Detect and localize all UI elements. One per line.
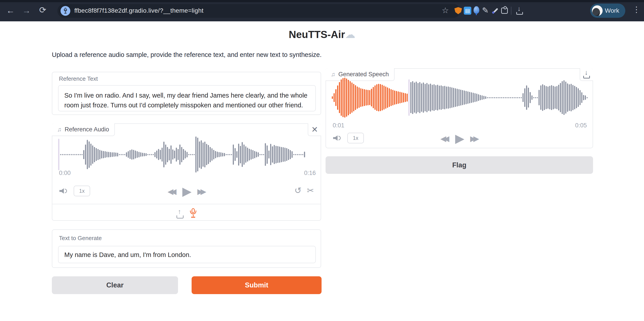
reference-waveform[interactable] [58,135,316,174]
waveform-bar [62,154,63,155]
text-to-generate-input[interactable]: My name is Dave, and um, I'm from London… [58,246,316,263]
fast-forward-icon[interactable]: ▶▶ [198,187,206,196]
waveform-bar [419,82,420,113]
submit-button[interactable]: Submit [192,276,322,294]
waveform-bar [272,146,273,163]
waveform-bar [66,154,66,155]
forward-button[interactable]: → [22,6,31,15]
close-icon: ✕ [311,125,318,134]
waveform-bar [64,154,65,155]
waveform-bar [556,86,558,109]
waveform-bar [217,152,218,157]
waveform-bar [126,152,127,157]
waveform-bar [222,153,223,156]
clear-audio-button[interactable]: ✕ [308,123,321,136]
playhead-cursor[interactable] [408,79,410,116]
eyedropper-extension-icon[interactable] [492,7,499,14]
waveform-bar [524,88,526,107]
waveform-bar [478,94,479,101]
waveform-bar [158,149,159,160]
volume-icon[interactable] [60,187,69,195]
play-icon[interactable]: ▶ [455,131,464,145]
browser-toolbar: ← → ⟳ ffbec8f8f7f138e2df.gradio.live/?__… [0,0,644,21]
waveform-bar [586,97,588,98]
waveform-bar [201,140,202,169]
fast-forward-icon[interactable]: ▶▶ [470,134,479,143]
mic-glyph-icon [64,8,67,14]
waveform-bar [357,86,358,109]
waveform-bar [82,154,82,155]
back-button[interactable]: ← [6,6,15,15]
playback-speed-button[interactable]: 1x [347,133,364,143]
flag-button[interactable]: Flag [326,156,593,174]
downloads-icon[interactable]: ↓ [516,6,524,15]
waveform-bar [247,148,248,162]
waveform-bar [212,148,212,161]
waveform-bar [276,146,276,163]
waveform-bar [355,85,356,110]
waveform-bar [202,142,204,167]
playhead-cursor[interactable] [58,139,60,170]
bookmark-star-icon[interactable]: ☆ [442,6,449,15]
waveform-bar [390,89,392,106]
clear-button[interactable]: Clear [52,276,178,294]
waveform-bar [368,90,368,105]
waveform-bar [98,149,98,160]
waveform-bar [371,89,372,106]
waveform-bar [494,97,495,98]
waveform-bar [471,92,472,103]
playback-speed-button[interactable]: 1x [74,186,90,196]
reader-extension-icon[interactable]: ▤ [464,7,471,15]
waveform-bar [578,88,579,107]
waveform-bar [80,154,81,155]
waveform-bar [263,154,264,155]
generated-waveform[interactable] [332,75,588,120]
browser-menu-icon[interactable]: ⋮ [632,5,640,14]
waveform-bar [505,97,506,98]
waveform-bar [489,97,490,98]
undo-trim-icon[interactable]: ↺ [294,186,302,195]
reload-button[interactable]: ⟳ [39,6,46,14]
reference-text-input[interactable]: So I'm live on radio. And I say, well, m… [58,85,316,111]
upload-audio-icon[interactable]: ↑ [176,209,184,219]
waveform-bar [172,149,173,160]
volume-icon[interactable] [333,134,343,142]
trim-scissors-icon[interactable]: ✂ [307,186,314,195]
waveform-bar [530,92,531,103]
pencil-extension-icon[interactable]: ✎ [482,6,489,15]
waveform-bar [374,85,376,110]
waveform-bar [151,154,152,155]
browser-profile-chip[interactable]: Work [590,3,625,18]
mic-permission-icon[interactable] [60,6,70,16]
balloon-extension-icon[interactable] [474,6,479,14]
waveform-bar [92,145,93,164]
waveform-bar [562,81,563,114]
waveform-bar [576,87,577,108]
waveform-bar [295,154,296,155]
waveform-bar [265,143,266,166]
rewind-icon[interactable]: ◀◀ [168,187,176,196]
waveform-bar [179,144,180,165]
waveform-bar [142,153,143,156]
waveform-bar [394,90,395,105]
waveform-bar [292,151,293,158]
waveform-bar [96,148,97,161]
waveform-bar [281,147,282,162]
waveform-bar [170,145,172,164]
extensions-puzzle-icon[interactable] [501,7,508,14]
waveform-bar [163,142,164,167]
waveform-bar [282,147,284,162]
play-icon[interactable]: ▶ [182,184,192,198]
waveform-bar [149,154,150,155]
waveform-bar [206,144,207,165]
waveform-bar [268,150,270,158]
url-text[interactable]: ffbec8f8f7f138e2df.gradio.live/?__theme=… [74,7,204,14]
waveform-bar [405,93,406,102]
record-mic-icon[interactable] [189,208,197,219]
waveform-bar [400,92,400,103]
waveform-bar [501,97,502,98]
waveform-bar [87,140,88,169]
waveform-bar [485,96,486,99]
waveform-bar [580,90,580,105]
rewind-icon[interactable]: ◀◀ [440,134,449,143]
